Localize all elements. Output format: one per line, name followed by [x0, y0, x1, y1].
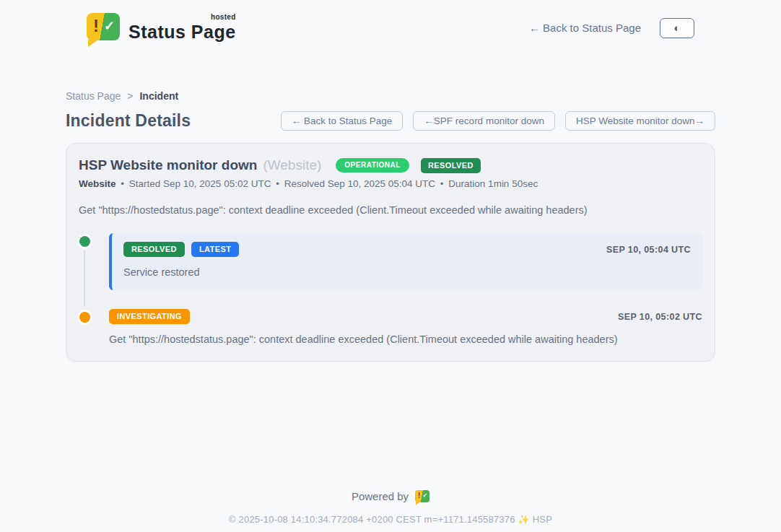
header: ! ✓ hosted Status Page ← Back to Status … [0, 0, 781, 43]
copyright-text: © 2025-10-08 14:10:34.772084 +0200 CEST … [66, 514, 715, 525]
next-incident-button[interactable]: HSP Website monitor down→ [565, 111, 715, 131]
timeline-dot-orange [79, 312, 90, 323]
timeline-entry-head: RESOLVED LATEST SEP 10, 05:04 UTC [123, 242, 691, 257]
incident-timeline: RESOLVED LATEST SEP 10, 05:04 UTC Servic… [79, 233, 702, 345]
incident-description: Get "https://hostedstatus.page": context… [79, 204, 702, 216]
prev-incident-button[interactable]: ←SPF record monitor down [413, 111, 555, 131]
page-title: Incident Details [66, 111, 191, 131]
timeline-badges: INVESTIGATING [109, 309, 190, 324]
status-bubble-icon-small[interactable]: ! ✓ [415, 490, 429, 502]
timeline-dot-green [79, 236, 90, 247]
status-page-logo[interactable]: ! ✓ hosted Status Page [87, 13, 236, 43]
half-circle-icon: ◐ [673, 22, 680, 33]
back-to-status-page-button[interactable]: ← Back to Status Page [281, 111, 403, 131]
timeline-badges: RESOLVED LATEST [123, 242, 239, 257]
incident-title: HSP Website monitor down [79, 157, 257, 173]
checkmark-glyph: ✓ [104, 18, 115, 34]
resolved-status-badge: RESOLVED [123, 242, 185, 257]
brand-text: hosted Status Page [128, 13, 236, 43]
timeline-message: Get "https://hostedstatus.page": context… [109, 333, 702, 345]
timeline-entry-head: INVESTIGATING SEP 10, 05:02 UTC [109, 309, 702, 324]
investigating-status-badge: INVESTIGATING [109, 309, 190, 324]
breadcrumb: Status Page > Incident [66, 90, 715, 102]
operational-badge: OPERATIONAL [336, 158, 409, 173]
meta-resolved: Resolved Sep 10, 2025 05:04 UTC [284, 178, 435, 189]
title-row: Incident Details ← Back to Status Page ←… [66, 111, 715, 131]
status-bubble-icon: ! ✓ [87, 13, 120, 40]
resolved-badge: RESOLVED [421, 158, 481, 173]
exclamation-glyph: ! [418, 492, 420, 500]
header-back-link[interactable]: ← Back to Status Page [529, 22, 641, 34]
meta-bullet: • [440, 178, 444, 189]
hosted-label: hosted [211, 13, 236, 21]
timeline-item-investigating: INVESTIGATING SEP 10, 05:02 UTC Get "htt… [79, 309, 702, 345]
incident-component: (Website) [263, 157, 321, 173]
latest-status-badge: LATEST [191, 242, 239, 257]
incident-title-row: HSP Website monitor down (Website) OPERA… [79, 157, 702, 173]
timeline-connector [84, 250, 85, 306]
breadcrumb-separator: > [127, 90, 133, 102]
powered-by: Powered by ! ✓ [352, 490, 429, 502]
brand-name: Status Page [128, 22, 236, 42]
timeline-timestamp: SEP 10, 05:02 UTC [618, 312, 702, 322]
footer: Powered by ! ✓ © 2025-10-08 14:10:34.772… [66, 490, 715, 525]
incident-card: HSP Website monitor down (Website) OPERA… [66, 143, 715, 362]
meta-duration: Duration 1min 50sec [448, 178, 538, 189]
incident-meta: Website • Started Sep 10, 2025 05:02 UTC… [79, 178, 702, 189]
timeline-entry-plain: INVESTIGATING SEP 10, 05:02 UTC Get "htt… [109, 309, 702, 345]
header-right: ← Back to Status Page ◐ [529, 18, 694, 38]
timeline-item-resolved: RESOLVED LATEST SEP 10, 05:04 UTC Servic… [79, 233, 702, 290]
powered-by-label: Powered by [352, 490, 409, 502]
main-content: Status Page > Incident Incident Details … [66, 90, 715, 525]
exclamation-glyph: ! [93, 16, 99, 36]
checkmark-glyph: ✓ [422, 492, 427, 499]
timeline-message: Service restored [123, 266, 691, 278]
meta-bullet: • [121, 178, 124, 189]
meta-started: Started Sep 10, 2025 05:02 UTC [129, 178, 271, 189]
theme-toggle-button[interactable]: ◐ [660, 18, 694, 38]
breadcrumb-status-page[interactable]: Status Page [66, 90, 121, 102]
breadcrumb-incident: Incident [139, 90, 178, 102]
timeline-entry-box: RESOLVED LATEST SEP 10, 05:04 UTC Servic… [109, 233, 702, 290]
incident-nav-buttons: ← Back to Status Page ←SPF record monito… [281, 111, 715, 131]
meta-bullet: • [276, 178, 279, 189]
meta-component: Website [79, 178, 116, 189]
timeline-timestamp: SEP 10, 05:04 UTC [606, 245, 691, 255]
